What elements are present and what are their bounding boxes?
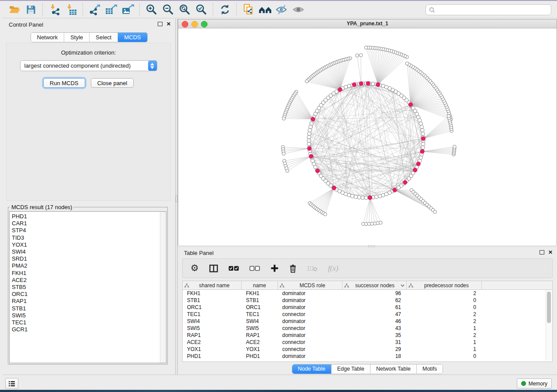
window-close-traffic-light[interactable] <box>182 21 188 28</box>
column-header-predecessor-nodes[interactable]: predecessor nodes <box>407 281 482 289</box>
close-table-panel-icon[interactable]: ✕ <box>548 250 553 254</box>
tab-select[interactable]: Select <box>90 33 118 42</box>
mcds-result-item[interactable]: RAP1 <box>12 298 166 305</box>
zoom-in-button[interactable] <box>144 3 159 17</box>
export-table-button[interactable] <box>104 3 119 17</box>
column-header-mcds-role[interactable]: MCDS role <box>278 281 343 289</box>
delete-column-icon[interactable] <box>289 264 297 273</box>
column-header-successor-nodes[interactable]: successor nodes <box>343 281 407 289</box>
optimization-criterion-select[interactable]: largest connected component (undirected) <box>20 60 157 71</box>
open-file-button[interactable] <box>7 3 22 17</box>
tab-network[interactable]: Network <box>31 33 64 42</box>
table-row[interactable]: RAP1RAP1dominator352 <box>183 332 552 339</box>
table-cell: STB1 <box>183 297 242 304</box>
table-cell: ACE2 <box>242 339 278 346</box>
tab-motifs[interactable]: Motifs <box>417 364 443 374</box>
zoom-fit-button[interactable] <box>177 3 192 17</box>
table-cell: PHD1 <box>242 353 278 360</box>
shared-column-icon <box>184 283 189 288</box>
network-canvas[interactable] <box>178 28 557 245</box>
zoom-selected-button[interactable] <box>194 3 209 17</box>
table-row[interactable]: ORC1ORC1dominator610 <box>183 304 552 311</box>
table-scrollbar-thumb[interactable] <box>547 292 551 323</box>
export-network-button[interactable] <box>87 3 102 17</box>
close-panel-icon[interactable]: ✕ <box>166 22 171 26</box>
table-row[interactable]: PHD1PHD1dominator180 <box>183 353 552 360</box>
column-header-name[interactable]: name <box>242 281 278 289</box>
mcds-result-item[interactable]: STB5 <box>12 284 166 291</box>
tab-network-table[interactable]: Network Table <box>370 364 417 374</box>
shared-column-icon <box>280 283 284 288</box>
mcds-result-item[interactable]: PMA2 <box>12 262 166 269</box>
table-row[interactable]: FKH1FKH1dominator962 <box>183 290 552 297</box>
show-all-hidden-button[interactable] <box>291 3 306 17</box>
tab-edge-table[interactable]: Edge Table <box>332 364 370 374</box>
table-row[interactable]: TEC1TEC1connector472 <box>183 311 552 318</box>
window-minimize-traffic-light[interactable] <box>191 21 198 28</box>
window-zoom-traffic-light[interactable] <box>201 21 208 28</box>
close-panel-button[interactable]: Close panel <box>91 78 134 88</box>
float-panel-icon[interactable] <box>158 22 163 26</box>
mcds-result-item[interactable]: GCR1 <box>12 326 166 333</box>
table-cell: RAP1 <box>242 332 278 339</box>
table-panel-title: Table Panel <box>184 250 214 256</box>
table-cell: 1 <box>407 346 482 353</box>
mcds-result-item[interactable]: TEC1 <box>12 319 166 326</box>
mcds-result-item[interactable]: STB1 <box>12 305 166 312</box>
table-cell: connector <box>278 346 343 353</box>
mcds-result-item[interactable]: CAR1 <box>12 220 166 227</box>
control-panel-tabs: Network Style Select MCDS <box>30 32 147 42</box>
mcds-result-item[interactable]: YOX1 <box>12 241 166 248</box>
tab-node-table[interactable]: Node Table <box>292 364 332 374</box>
zoom-out-button[interactable] <box>161 3 176 17</box>
table-cell: SWI5 <box>183 325 242 332</box>
table-cell: dominator <box>278 332 343 339</box>
refresh-view-button[interactable] <box>218 3 232 17</box>
vertical-splitter-handle[interactable] <box>176 196 177 202</box>
table-row[interactable]: YOX1YOX1connector291 <box>183 346 552 353</box>
table-cell: 2 <box>407 318 482 325</box>
mcds-result-item[interactable]: PHD1 <box>12 213 166 220</box>
mcds-result-item[interactable]: STP4 <box>12 227 166 234</box>
shared-column-icon <box>344 283 349 288</box>
column-header-shared-name[interactable]: shared name <box>183 281 242 289</box>
search-input[interactable] <box>437 7 551 14</box>
mcds-result-item[interactable]: TID3 <box>12 234 166 241</box>
import-network-button[interactable] <box>47 3 62 17</box>
deselect-all-columns-icon[interactable] <box>249 266 260 271</box>
run-mcds-button[interactable]: Run MCDS <box>43 78 85 88</box>
import-table-icon <box>65 4 77 15</box>
select-all-columns-icon[interactable] <box>228 266 239 271</box>
new-network-from-selection-button[interactable] <box>241 3 256 17</box>
tab-mcds[interactable]: MCDS <box>118 33 147 42</box>
mcds-result-item[interactable]: SWI4 <box>12 248 166 255</box>
table-row[interactable]: SWI5SWI5connector431 <box>183 325 552 332</box>
add-column-icon[interactable] <box>270 264 279 272</box>
hide-selected-button[interactable] <box>274 3 289 17</box>
search-box[interactable] <box>426 4 551 15</box>
task-history-button[interactable] <box>5 378 18 389</box>
mcds-result-item[interactable]: SRD1 <box>12 255 166 262</box>
first-neighbors-button[interactable] <box>258 3 273 17</box>
table-scrollbar[interactable] <box>546 290 552 361</box>
export-image-button[interactable] <box>121 3 135 17</box>
table-cell <box>482 290 552 297</box>
memory-button[interactable]: Memory <box>517 378 552 389</box>
table-settings-icon[interactable]: ⚙ <box>190 264 199 273</box>
mcds-result-scrollbar[interactable] <box>160 212 166 363</box>
tab-style[interactable]: Style <box>64 33 90 42</box>
save-session-button[interactable] <box>24 3 38 17</box>
float-table-panel-icon[interactable] <box>540 250 544 254</box>
export-network-icon <box>89 4 101 15</box>
table-row[interactable]: ACE2ACE2connector311 <box>183 339 552 346</box>
mcds-result-item[interactable]: ORC1 <box>12 291 166 298</box>
network-window-title: YPA_prune.txt_1 <box>178 20 557 28</box>
mcds-result-item[interactable]: FKH1 <box>12 270 166 277</box>
optimization-criterion-label: Optimization criterion: <box>7 49 170 56</box>
table-row[interactable]: SWI4SWI4dominator462 <box>183 318 552 325</box>
table-row[interactable]: STB1STB1dominator620 <box>183 297 552 304</box>
mcds-result-item[interactable]: ACE2 <box>12 277 166 284</box>
import-table-button[interactable] <box>64 3 79 17</box>
split-panel-icon[interactable] <box>209 265 218 272</box>
mcds-result-item[interactable]: SWI5 <box>12 312 166 319</box>
